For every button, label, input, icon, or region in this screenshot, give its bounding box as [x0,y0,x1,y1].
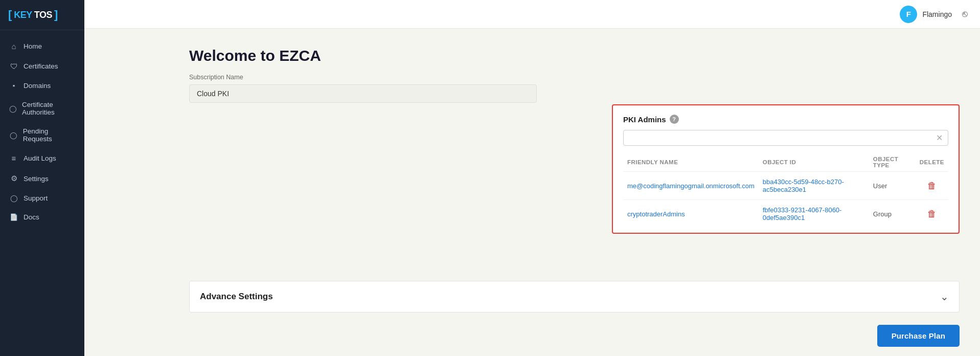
logo-area: [ KEY TOS ] [0,0,84,30]
pki-search-input[interactable] [629,134,936,142]
cell-friendly-name: cryptotraderAdmins [623,200,759,228]
settings-icon: ⚙ [9,174,18,183]
sidebar-item-docs-label: Docs [24,213,39,221]
cell-friendly-name: me@codingflamingogmail.onmicrosoft.com [623,172,759,200]
sidebar-item-ca-label: Certificate Authorities [22,101,75,116]
col-object-id: OBJECT ID [759,153,869,172]
friendly-name-link[interactable]: me@codingflamingogmail.onmicrosoft.com [627,182,755,190]
user-name: Flamingo [922,10,952,18]
advance-settings-row[interactable]: Advance Settings ⌄ [189,281,960,313]
col-object-type: OBJECT TYPE [869,153,916,172]
sidebar-item-pending-label: Pending Requests [23,127,75,143]
sidebar-item-domains[interactable]: ▪ Domains [0,76,84,95]
chevron-down-icon: ⌄ [940,291,949,303]
avatar: F [900,6,917,23]
cell-object-type: User [869,172,916,200]
sidebar-item-certificate-authorities[interactable]: ◯ Certificate Authorities [0,95,84,122]
support-icon: ◯ [9,194,18,202]
sidebar-item-certificates[interactable]: 🛡 Certificates [0,56,84,76]
sidebar-item-home[interactable]: ⌂ Home [0,36,84,56]
home-icon: ⌂ [9,42,18,51]
sidebar-item-certificates-label: Certificates [24,62,58,70]
friendly-name-link[interactable]: cryptotraderAdmins [627,210,685,218]
sidebar-item-docs[interactable]: 📄 Docs [0,208,84,227]
page-title: Welcome to EZCA [189,47,960,64]
sidebar-item-audit-label: Audit Logs [24,154,56,162]
sidebar-item-support[interactable]: ◯ Support [0,189,84,208]
object-id-link[interactable]: bba430cc-5d59-48cc-b270-ac5beca230e1 [763,178,844,193]
cell-delete: 🗑 [916,200,948,228]
logo-key: KEY [14,10,32,20]
pki-search-row: ✕ [623,130,948,146]
cell-object-id: fbfe0333-9231-4067-8060-0def5ae390c1 [759,200,869,228]
audit-icon: ≡ [9,154,18,163]
col-friendly-name: FRIENDLY NAME [623,153,759,172]
sidebar: [ KEY TOS ] ⌂ Home 🛡 Certificates ▪ Doma… [0,0,84,356]
purchase-plan-area: Purchase Plan [189,325,960,347]
pki-admins-header: PKI Admins ? [623,115,948,124]
sidebar-item-domains-label: Domains [24,82,51,90]
pki-admins-table: FRIENDLY NAME OBJECT ID OBJECT TYPE DELE… [623,153,948,228]
certificates-icon: 🛡 [9,62,18,71]
pki-admins-title: PKI Admins [623,115,666,124]
cell-delete: 🗑 [916,172,948,200]
subscription-input[interactable] [189,84,537,103]
main-content: Welcome to EZCA Subscription Name PKI Ad… [169,29,980,356]
user-area: F Flamingo ⎋ [900,6,968,23]
sidebar-item-audit-logs[interactable]: ≡ Audit Logs [0,148,84,168]
ca-icon: ◯ [9,105,17,113]
object-id-link[interactable]: fbfe0333-9231-4067-8060-0def5ae390c1 [763,206,842,221]
logo-tos: TOS [34,10,52,20]
pending-icon: ◯ [9,131,18,139]
logo: [ KEY TOS ] [8,9,76,20]
logo-bracket-right: ] [54,9,58,20]
pki-admins-card: PKI Admins ? ✕ FRIENDLY NAME OBJECT ID O… [612,104,960,234]
help-icon[interactable]: ? [670,115,679,124]
subscription-label: Subscription Name [189,74,960,81]
logout-button[interactable]: ⎋ [962,9,968,19]
domains-icon: ▪ [9,82,18,90]
pki-search-clear-icon[interactable]: ✕ [936,133,943,143]
cell-object-id: bba430cc-5d59-48cc-b270-ac5beca230e1 [759,172,869,200]
topbar: F Flamingo ⎋ [84,0,980,29]
advance-settings-label: Advance Settings [200,292,273,302]
sidebar-item-settings[interactable]: ⚙ Settings [0,168,84,189]
cell-object-type: Group [869,200,916,228]
table-row: me@codingflamingogmail.onmicrosoft.com b… [623,172,948,200]
delete-icon[interactable]: 🗑 [927,181,937,191]
sidebar-item-home-label: Home [24,42,42,50]
logo-bracket-left: [ [8,9,12,20]
sidebar-item-settings-label: Settings [24,175,49,183]
content-wrapper: Welcome to EZCA Subscription Name PKI Ad… [189,47,960,347]
purchase-plan-button[interactable]: Purchase Plan [877,325,960,347]
delete-icon[interactable]: 🗑 [927,209,937,219]
nav-menu: ⌂ Home 🛡 Certificates ▪ Domains ◯ Certif… [0,30,84,356]
table-row: cryptotraderAdmins fbfe0333-9231-4067-80… [623,200,948,228]
docs-icon: 📄 [9,213,18,221]
sidebar-item-pending-requests[interactable]: ◯ Pending Requests [0,122,84,148]
sidebar-item-support-label: Support [24,194,48,202]
col-delete: DELETE [916,153,948,172]
